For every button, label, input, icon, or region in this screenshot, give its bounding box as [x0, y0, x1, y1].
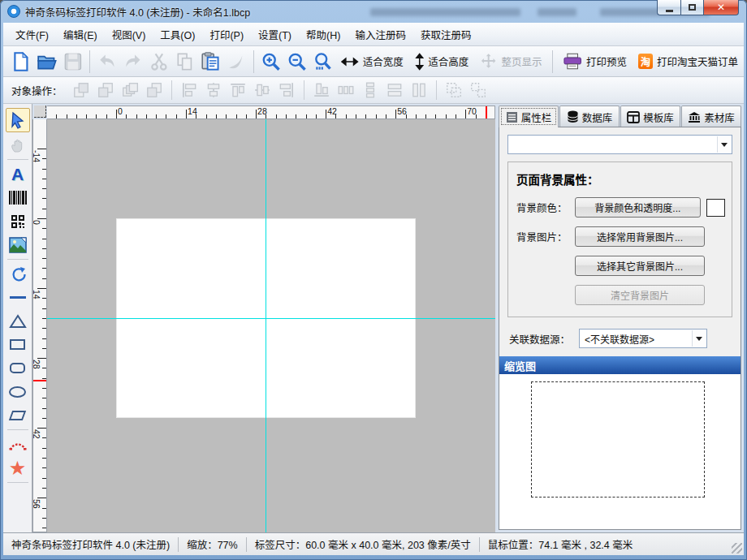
close-button[interactable]: ✕ [703, 0, 739, 15]
tab-templates[interactable]: 模板库 [620, 106, 680, 127]
whole-page-icon [480, 53, 497, 71]
menu-settings[interactable]: 设置(T) [251, 24, 299, 45]
barcode-tool-button[interactable] [6, 187, 30, 209]
ruler-tick [226, 114, 227, 118]
dropdown-arrow-button[interactable] [717, 136, 731, 153]
rectangle-tool-button[interactable] [6, 334, 30, 355]
zoom-out-button[interactable] [284, 50, 310, 74]
ruler-tick [42, 528, 46, 528]
fit-height-icon [415, 52, 424, 71]
ruler-tick [42, 388, 46, 389]
tab-materials[interactable]: 素材库 [681, 106, 741, 127]
ruler-tick [376, 114, 377, 118]
ruler-tick [446, 114, 447, 118]
ruler-tick [42, 448, 46, 449]
window-controls: ✕ [657, 0, 739, 15]
new-file-icon [11, 51, 32, 72]
zoom-actual-button[interactable] [310, 50, 336, 74]
ruler-tick [416, 114, 417, 118]
star-tool-button[interactable]: ★ [6, 457, 30, 479]
stamp-tool-button[interactable] [6, 433, 30, 455]
bg-color-swatch[interactable] [706, 199, 725, 217]
pan-tool-button [6, 134, 30, 156]
bring-to-front-icon [71, 80, 92, 101]
app-window: 神奇条码标签打印软件 4.0 (未注册) - 未命名1.lbcp ✕ 文件(F)… [0, 0, 747, 560]
whole-page-label: 整页显示 [502, 54, 542, 69]
parallelogram-tool-button[interactable] [6, 404, 30, 426]
ruler-tick [42, 418, 46, 419]
open-file-button[interactable] [34, 50, 60, 74]
menu-view[interactable]: 视图(V) [105, 24, 153, 45]
bg-image-label: 背景图片： [516, 229, 575, 244]
rotate-arc-icon [10, 266, 26, 282]
new-file-button[interactable] [8, 50, 34, 74]
maximize-button[interactable] [680, 0, 703, 15]
ruler-tick [456, 114, 456, 118]
ruler-origin-box [34, 106, 46, 118]
separator [7, 429, 28, 430]
bg-color-button[interactable]: 背景颜色和透明度... [575, 197, 701, 218]
ruler-tick [306, 114, 307, 118]
datasource-combobox[interactable]: <不关联数据源> [579, 329, 707, 348]
choose-common-bg-button[interactable]: 选择常用背景图片... [575, 226, 705, 247]
zoom-in-button[interactable] [258, 50, 284, 74]
page-background-group: 页面背景属性： 背景颜色： 背景颜色和透明度... 背景图片： 选择常用背景图片… [507, 162, 732, 317]
tab-database[interactable]: 数据库 [559, 106, 620, 127]
dropdown-arrow-button[interactable] [692, 330, 706, 347]
menu-get-regcode[interactable]: 获取注册码 [413, 24, 479, 45]
print-taobao-button[interactable]: 淘打印淘宝天猫订单 [633, 50, 744, 74]
qrcode-tool-button[interactable] [6, 210, 30, 232]
zoom-actual-icon [313, 51, 334, 72]
object-toolbar: 对象操作： [3, 77, 744, 104]
open-folder-icon [37, 51, 58, 72]
resize-grip[interactable] [732, 543, 742, 554]
ruler-tick [406, 114, 407, 118]
ruler-tick [42, 188, 46, 189]
ruler-tick [236, 114, 237, 118]
ruler-tick [42, 458, 46, 459]
tab-properties-label: 属性栏 [521, 110, 552, 125]
send-to-back-icon [95, 80, 116, 101]
rounded-rect-tool-button[interactable] [6, 357, 30, 379]
status-label-size: 标签尺寸：60.0 毫米 x 40.0 毫米, 203 像素/英寸 [247, 536, 479, 552]
design-canvas[interactable] [47, 119, 495, 532]
format-painter-icon [226, 51, 247, 72]
paste-button[interactable] [197, 50, 223, 74]
select-tool-button[interactable] [6, 108, 30, 132]
object-selector-combobox[interactable] [507, 135, 732, 154]
menu-file[interactable]: 文件(F) [8, 24, 56, 45]
ruler-tick [196, 114, 196, 118]
rotate-tool-button[interactable] [6, 263, 30, 285]
whole-page-button: 整页显示 [474, 50, 547, 74]
page-background-heading: 页面背景属性： [516, 170, 725, 187]
ruler-tick [37, 358, 46, 359]
triangle-tool-button[interactable] [6, 310, 30, 332]
menu-tools[interactable]: 工具(O) [153, 24, 202, 45]
tab-materials-label: 素材库 [704, 110, 735, 125]
ruler-tick [42, 318, 46, 319]
line-tool-button[interactable] [6, 286, 30, 308]
ruler-tick [42, 268, 46, 269]
equal-width-icon [384, 80, 405, 101]
menu-enter-regcode[interactable]: 输入注册码 [348, 24, 413, 45]
ruler-tick [296, 114, 296, 118]
rectangle-icon [10, 339, 25, 350]
image-tool-button[interactable] [6, 234, 30, 256]
menu-help[interactable]: 帮助(H) [299, 24, 348, 45]
fit-height-label: 适合高度 [428, 54, 468, 69]
minimize-button[interactable] [657, 0, 680, 15]
choose-other-bg-button[interactable]: 选择其它背景图片... [575, 256, 705, 276]
ruler-tick [42, 478, 46, 479]
print-preview-icon [563, 53, 582, 71]
tab-properties[interactable]: 属性栏 [499, 106, 559, 127]
ruler-tick [266, 114, 266, 118]
group-icon [443, 80, 464, 101]
menu-edit[interactable]: 编辑(E) [56, 24, 105, 45]
text-tool-button[interactable]: A [6, 163, 30, 185]
menu-print[interactable]: 打印(P) [202, 24, 251, 45]
fit-height-button[interactable]: 适合高度 [409, 50, 474, 74]
fit-width-button[interactable]: 适合宽度 [335, 50, 408, 74]
print-preview-button[interactable]: 打印预览 [557, 50, 633, 74]
print-preview-label: 打印预览 [586, 54, 627, 69]
ellipse-tool-button[interactable] [6, 381, 30, 403]
